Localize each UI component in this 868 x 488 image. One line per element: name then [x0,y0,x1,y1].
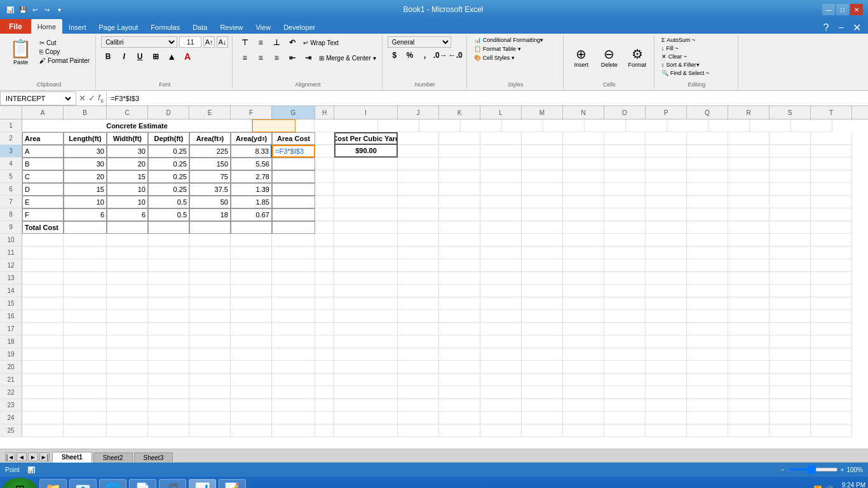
font-name-select[interactable]: Calibri [101,36,177,48]
cell-K18[interactable] [439,336,480,348]
cell-A19[interactable] [22,348,64,361]
copy-button[interactable]: ⎘ Copy [37,48,92,56]
cell-R8[interactable] [728,208,770,221]
cell-E2[interactable]: Area(ft3) [189,132,231,145]
cell-Q16[interactable] [687,310,728,323]
cell-O17[interactable] [604,323,646,336]
cell-O22[interactable] [604,386,646,399]
tab-developer[interactable]: Developer [277,20,322,34]
row-header-15[interactable]: 15 [0,297,22,310]
cell-G4[interactable] [272,158,315,170]
cell-F21[interactable] [231,374,272,386]
cell-N11[interactable] [563,247,604,259]
cell-I18[interactable] [334,336,398,348]
cell-L17[interactable] [480,323,522,336]
cell-T2[interactable] [811,132,852,145]
cell-J6[interactable] [398,183,439,196]
cell-J23[interactable] [398,399,439,412]
cell-K5[interactable] [439,170,480,183]
cell-E14[interactable] [189,285,231,297]
cell-J2[interactable] [398,132,439,145]
cell-G19[interactable] [272,348,315,361]
cell-L21[interactable] [480,374,522,386]
cell-T23[interactable] [811,399,852,412]
cell-H23[interactable] [315,399,334,412]
conditional-formatting-btn[interactable]: 📊 Conditional Formatting▾ [472,36,559,44]
formula-input[interactable] [106,92,868,105]
cell-A12[interactable] [22,259,64,272]
cell-E5[interactable]: 75 [189,170,231,183]
cell-C20[interactable] [107,361,148,374]
cell-O12[interactable] [604,259,646,272]
cell-A13[interactable] [22,272,64,285]
cell-R1[interactable] [709,119,750,132]
find-select-btn[interactable]: 🔍 Find & Select ~ [660,69,734,77]
col-header-G[interactable]: G [272,106,315,119]
cell-M8[interactable] [522,208,563,221]
cell-Q5[interactable] [687,170,728,183]
cell-G9[interactable] [272,221,315,234]
cell-H15[interactable] [315,297,334,310]
cell-O7[interactable] [604,196,646,208]
cell-F12[interactable] [231,259,272,272]
cell-E15[interactable] [189,297,231,310]
cell-R13[interactable] [728,272,770,285]
cell-Q18[interactable] [687,336,728,348]
font-color-btn[interactable]: A [180,50,194,63]
cell-O23[interactable] [604,399,646,412]
tab-file[interactable]: File [0,19,31,34]
cell-L11[interactable] [480,247,522,259]
cell-K23[interactable] [439,399,480,412]
cell-C5[interactable]: 15 [107,170,148,183]
cell-S6[interactable] [770,183,811,196]
cell-D19[interactable] [148,348,189,361]
row-header-20[interactable]: 20 [0,361,22,374]
cell-E4[interactable]: 150 [189,158,231,170]
cell-S11[interactable] [770,247,811,259]
taskbar-outlook[interactable]: 📧 [69,479,97,488]
cell-I1[interactable] [315,119,378,132]
cell-D20[interactable] [148,361,189,374]
cell-A8[interactable]: F [22,208,64,221]
cell-D2[interactable]: Depth(ft) [148,132,189,145]
cell-K22[interactable] [439,386,480,399]
cell-S7[interactable] [770,196,811,208]
cell-S25[interactable] [770,424,811,437]
cell-A16[interactable] [22,310,64,323]
cell-R10[interactable] [728,234,770,247]
cell-Q20[interactable] [687,361,728,374]
align-top-btn[interactable]: ⊤ [238,36,252,49]
cell-G16[interactable] [272,310,315,323]
cell-F4[interactable]: 5.56 [231,158,272,170]
cell-M20[interactable] [522,361,563,374]
col-header-C[interactable]: C [107,106,148,119]
cell-N10[interactable] [563,234,604,247]
cell-F17[interactable] [231,323,272,336]
cell-N1[interactable] [543,119,585,132]
cell-Q23[interactable] [687,399,728,412]
cell-P13[interactable] [646,272,687,285]
cell-K15[interactable] [439,297,480,310]
cell-J21[interactable] [398,374,439,386]
cell-L6[interactable] [480,183,522,196]
cell-I14[interactable] [334,285,398,297]
cell-B9[interactable] [64,221,107,234]
cell-I3[interactable]: $90.00 [334,145,398,158]
cell-J5[interactable] [398,170,439,183]
cell-S14[interactable] [770,285,811,297]
cell-M10[interactable] [522,234,563,247]
cell-D14[interactable] [148,285,189,297]
customize-quick-btn[interactable]: ▾ [54,4,64,15]
cell-T16[interactable] [811,310,852,323]
cell-R22[interactable] [728,386,770,399]
tab-home[interactable]: Home [31,19,62,34]
cell-P9[interactable] [646,221,687,234]
cell-D25[interactable] [148,424,189,437]
row-header-5[interactable]: 5 [0,170,22,183]
cell-R20[interactable] [728,361,770,374]
cell-S23[interactable] [770,399,811,412]
cell-F2[interactable]: Area(yd3) [231,132,272,145]
align-middle-btn[interactable]: ≡ [254,36,268,49]
cell-O13[interactable] [604,272,646,285]
cell-S1[interactable] [750,119,791,132]
